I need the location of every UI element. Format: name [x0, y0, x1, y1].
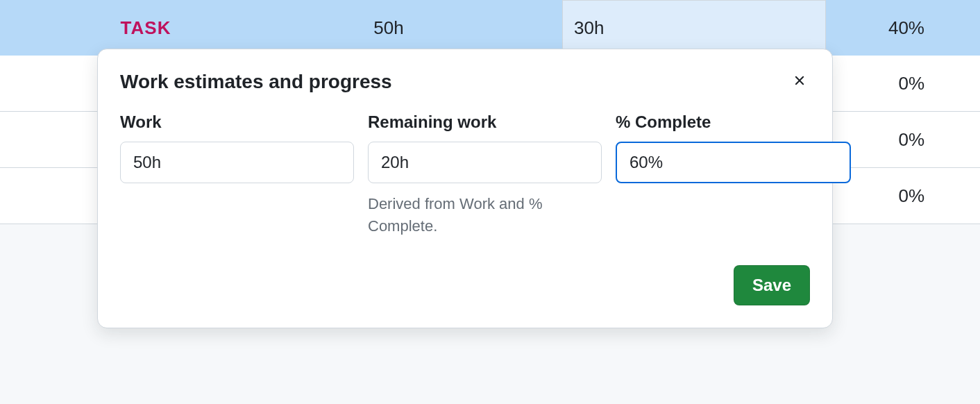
- remaining-label: Remaining work: [368, 112, 602, 132]
- percent-field-group: % Complete: [616, 112, 851, 237]
- dialog-header: Work estimates and progress: [120, 70, 810, 93]
- work-label: Work: [120, 112, 354, 132]
- dialog-footer: Save: [120, 265, 810, 305]
- remaining-edit-box[interactable]: 30h: [562, 0, 826, 56]
- dialog-title: Work estimates and progress: [120, 71, 392, 93]
- table-header-row[interactable]: TASK 50h 30h 40%: [0, 0, 980, 56]
- header-remaining-cell[interactable]: 30h: [486, 0, 729, 56]
- close-icon: [792, 73, 807, 90]
- percent-label: % Complete: [616, 112, 851, 132]
- remaining-field-group: Remaining work Derived from Work and % C…: [368, 112, 602, 237]
- work-field-group: Work: [120, 112, 354, 237]
- remaining-hint: Derived from Work and % Complete.: [368, 193, 602, 237]
- save-button[interactable]: Save: [734, 265, 810, 305]
- percent-input[interactable]: [616, 142, 851, 183]
- work-input[interactable]: [120, 142, 354, 183]
- header-task-cell: TASK: [0, 0, 292, 56]
- close-button[interactable]: [789, 70, 810, 93]
- work-estimates-dialog: Work estimates and progress Work Remaini…: [97, 49, 833, 328]
- dialog-fields: Work Remaining work Derived from Work an…: [120, 112, 810, 237]
- remaining-input[interactable]: [368, 142, 602, 183]
- header-work-cell: 50h: [292, 0, 486, 56]
